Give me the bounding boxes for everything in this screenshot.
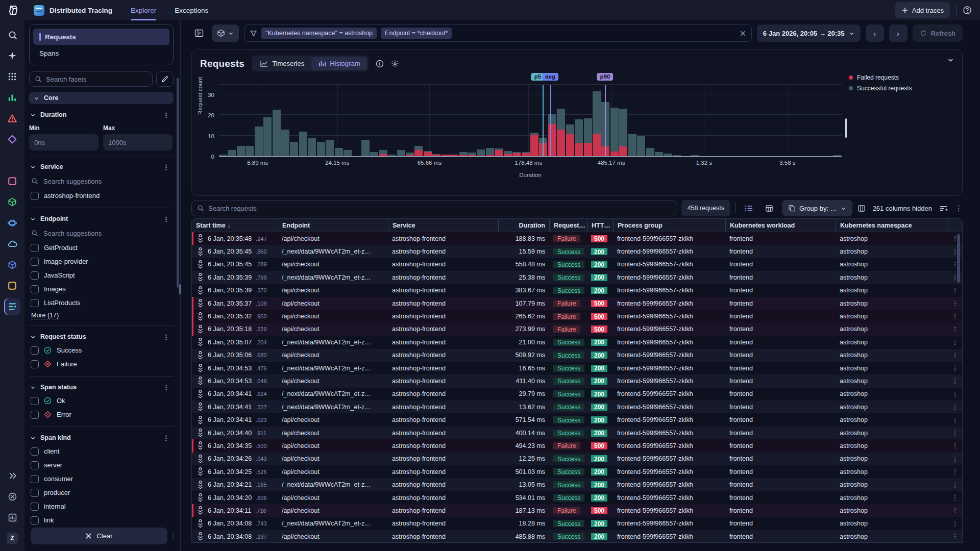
- table-row[interactable]: 6 Jan, 20:35:06.680/api/checkoutastrosho…: [192, 349, 962, 362]
- success-bar[interactable]: [575, 119, 583, 143]
- failed-bar[interactable]: [504, 154, 512, 156]
- success-bar[interactable]: [406, 153, 414, 155]
- checkbox[interactable]: [31, 244, 39, 252]
- success-bar[interactable]: [255, 127, 263, 156]
- failed-bar[interactable]: [424, 152, 432, 156]
- success-bar[interactable]: [299, 132, 307, 156]
- success-bar[interactable]: [459, 152, 468, 155]
- checkbox[interactable]: [31, 360, 39, 368]
- col-kubernetes-workload[interactable]: Kubernetes workload: [725, 219, 836, 232]
- table-row[interactable]: 6 Jan, 20:34:20.606/api/checkoutastrosho…: [192, 491, 962, 504]
- edit-facets-button[interactable]: [156, 71, 174, 87]
- timeframe-back-button[interactable]: ‹: [866, 24, 884, 42]
- row-menu-kebab[interactable]: ⋮: [948, 455, 962, 463]
- checkbox[interactable]: [31, 192, 39, 200]
- facet-header-duration[interactable]: Duration⋮: [29, 108, 174, 121]
- row-menu-kebab[interactable]: ⋮: [948, 299, 962, 307]
- facet-menu-kebab[interactable]: ⋮: [163, 384, 173, 391]
- row-menu-kebab[interactable]: ⋮: [948, 313, 962, 320]
- success-bar[interactable]: [833, 155, 841, 156]
- legend-item[interactable]: Successful requests: [849, 85, 912, 92]
- table-menu-kebab[interactable]: ⋮: [955, 204, 963, 213]
- failed-bar[interactable]: [442, 155, 450, 156]
- marker-badge-p90[interactable]: p90: [597, 73, 613, 81]
- success-bar[interactable]: [691, 155, 699, 156]
- filter-chip-namespace[interactable]: "Kubernetes namespace" = astroshop: [261, 28, 377, 39]
- search-facets-input[interactable]: Search facets: [29, 71, 153, 87]
- checkbox[interactable]: [31, 258, 39, 266]
- facet-menu-kebab[interactable]: ⋮: [163, 111, 173, 119]
- table-row[interactable]: 6 Jan, 20:34:40.911/api/checkoutastrosho…: [192, 427, 962, 439]
- success-bar[interactable]: [335, 148, 343, 156]
- checkbox[interactable]: [31, 489, 39, 497]
- col-start-time[interactable]: Start time ↓: [192, 219, 278, 232]
- facet-menu-kebab[interactable]: ⋮: [163, 333, 173, 341]
- row-menu-kebab[interactable]: ⋮: [948, 338, 962, 346]
- failed-bar[interactable]: [414, 150, 423, 156]
- table-row[interactable]: 6 Jan, 20:34:53.048/api/checkoutastrosho…: [192, 374, 962, 387]
- success-bar[interactable]: [414, 146, 423, 150]
- add-traces-button[interactable]: Add traces: [895, 2, 950, 18]
- facet-header-endpoint[interactable]: Endpoint⋮: [29, 212, 174, 226]
- gear-icon[interactable]: [391, 60, 399, 68]
- success-bar[interactable]: [317, 142, 325, 156]
- success-bar[interactable]: [664, 154, 672, 156]
- dynatrace-logo[interactable]: [7, 4, 19, 16]
- more-facets-link[interactable]: More (17): [31, 312, 59, 319]
- success-bar[interactable]: [397, 150, 405, 156]
- success-bar[interactable]: [486, 148, 494, 155]
- success-bar[interactable]: [219, 155, 227, 156]
- failed-bar[interactable]: [566, 134, 574, 157]
- success-bar[interactable]: [344, 150, 352, 156]
- table-row[interactable]: 6 Jan, 20:34:35.500/api/checkoutastrosho…: [192, 439, 962, 452]
- success-bar[interactable]: [512, 152, 521, 153]
- facet-item-ok[interactable]: Ok: [29, 394, 174, 408]
- app-problems-icon[interactable]: [4, 110, 20, 127]
- checkbox[interactable]: [31, 475, 39, 483]
- facet-item-astroshop-frontend[interactable]: astroshop-frontend: [29, 189, 174, 203]
- row-menu-kebab[interactable]: ⋮: [948, 377, 962, 385]
- facet-header-span-kind[interactable]: Span kind⋮: [29, 431, 174, 444]
- col-request-status[interactable]: Request…: [549, 219, 587, 232]
- failed-bar[interactable]: [575, 143, 583, 156]
- facet-header-request-status[interactable]: Request status⋮: [29, 330, 174, 343]
- success-bar[interactable]: [263, 117, 272, 157]
- checkbox[interactable]: [31, 299, 39, 307]
- facet-item-internal[interactable]: internal: [29, 499, 174, 513]
- facet-item-getproduct[interactable]: GetProduct: [29, 241, 174, 255]
- clear-filters-button[interactable]: Clear: [31, 528, 167, 544]
- success-bar[interactable]: [522, 152, 530, 153]
- table-row[interactable]: 6 Jan, 20:35:45.860/_next/data/9WWcAT2m_…: [192, 245, 962, 258]
- row-menu-kebab[interactable]: ⋮: [948, 520, 962, 528]
- timeframe-forward-button[interactable]: ›: [889, 24, 908, 42]
- col-endpoint[interactable]: Endpoint: [278, 219, 388, 232]
- app-pink-icon[interactable]: [4, 173, 20, 189]
- app-clouds-icon[interactable]: [4, 236, 20, 252]
- facet-item-error[interactable]: Error: [29, 408, 174, 421]
- sidebar-scrollbar[interactable]: [177, 78, 179, 288]
- scope-selector-button[interactable]: [212, 24, 239, 42]
- table-row[interactable]: 6 Jan, 20:34:21.165/_next/data/9WWcAT2m_…: [192, 478, 962, 491]
- checkbox[interactable]: [31, 271, 39, 280]
- success-bar[interactable]: [326, 140, 334, 156]
- columns-hidden-label[interactable]: 261 columns hidden: [873, 205, 932, 212]
- failed-bar[interactable]: [379, 154, 387, 156]
- facet-item-producer[interactable]: producer: [29, 486, 174, 499]
- app-metrics-icon[interactable]: [4, 89, 20, 106]
- collapse-chart-icon[interactable]: [947, 57, 954, 63]
- failed-bar[interactable]: [512, 153, 521, 156]
- checkbox[interactable]: [31, 411, 39, 419]
- success-bar[interactable]: [361, 140, 370, 156]
- row-menu-kebab[interactable]: ⋮: [948, 494, 962, 502]
- checkbox[interactable]: [31, 397, 39, 405]
- failed-bar[interactable]: [495, 150, 503, 156]
- table-row[interactable]: 6 Jan, 20:35:45.289/api/checkoutastrosho…: [192, 258, 962, 271]
- table-row[interactable]: 6 Jan, 20:34:26.043/api/checkoutastrosho…: [192, 453, 962, 465]
- success-bar[interactable]: [281, 130, 289, 156]
- failed-bar[interactable]: [468, 155, 476, 156]
- success-bar[interactable]: [557, 109, 565, 129]
- marker-badge-avg[interactable]: avg: [542, 73, 558, 81]
- search-icon[interactable]: [4, 27, 20, 43]
- success-bar[interactable]: [477, 149, 485, 156]
- app-tracing-icon[interactable]: [4, 298, 20, 315]
